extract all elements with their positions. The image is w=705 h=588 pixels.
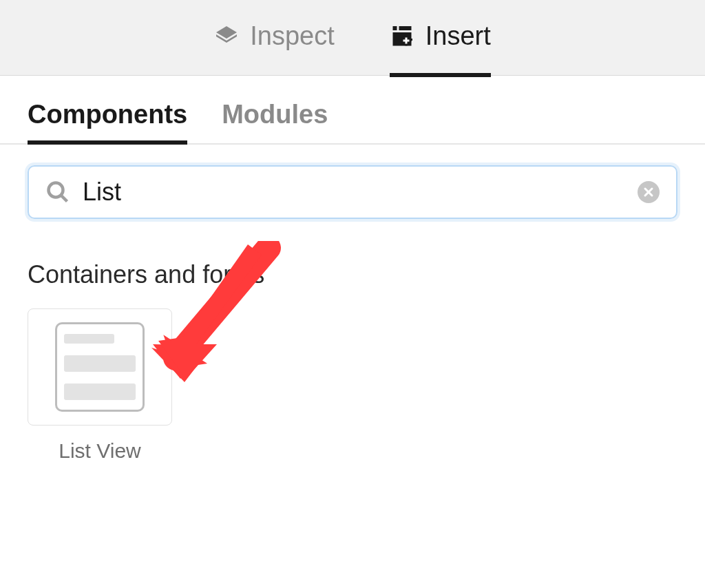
tab-insert-label: Insert — [425, 21, 491, 51]
list-view-icon — [55, 322, 145, 412]
search-input[interactable] — [83, 178, 625, 207]
tab-insert[interactable]: Insert — [390, 21, 491, 54]
top-tabs: Inspect Insert — [0, 0, 705, 76]
close-icon — [643, 187, 654, 198]
component-label: List View — [28, 439, 172, 463]
component-list-view[interactable]: List View — [28, 308, 172, 463]
results-panel: Containers and forms List View — [0, 219, 705, 566]
search-wrap — [28, 165, 677, 219]
layers-icon — [214, 24, 239, 49]
list-row-decor — [64, 334, 114, 344]
sub-tab-modules[interactable]: Modules — [222, 100, 328, 143]
component-thumbnail — [28, 308, 172, 426]
tab-inspect[interactable]: Inspect — [214, 21, 335, 54]
svg-rect-1 — [399, 26, 411, 30]
insert-icon — [390, 24, 414, 49]
search-icon — [45, 180, 70, 204]
tab-inspect-label: Inspect — [250, 21, 335, 51]
section-title: Containers and forms — [28, 260, 677, 289]
clear-search-button[interactable] — [638, 181, 660, 203]
svg-line-4 — [61, 196, 67, 202]
list-row-decor — [64, 384, 136, 400]
list-row-decor — [64, 355, 136, 372]
sub-tab-components[interactable]: Components — [28, 100, 187, 143]
svg-point-3 — [49, 183, 63, 198]
search-area — [0, 145, 705, 219]
sub-tabs: Components Modules — [0, 76, 705, 145]
svg-rect-0 — [392, 26, 397, 30]
